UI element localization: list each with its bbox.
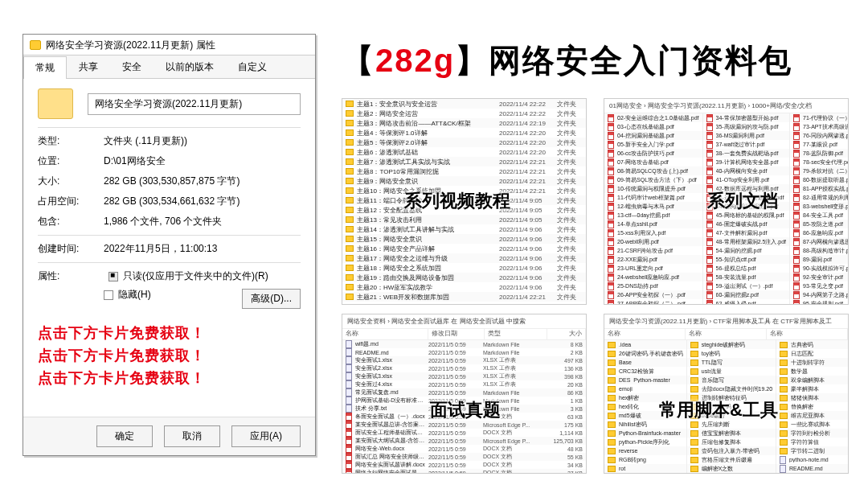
list-item[interactable]: 主题9：网络安全意识2022/11/4 22:21文件夹 (342, 176, 586, 186)
list-item[interactable]: 先压缩判断 (687, 420, 776, 429)
list-item[interactable]: 壹码包注入暴力-带密码 (687, 446, 776, 455)
list-item[interactable]: 87-内网横向渗透思路.pdf (790, 237, 849, 246)
list-item[interactable]: toy密码 (687, 349, 776, 358)
list-item[interactable]: 58-安装流量.pdf (703, 273, 790, 281)
list-item[interactable]: 主题13：常见攻击利用2022/11/4 9:05文件夹 (342, 215, 586, 224)
list-item[interactable]: 45-网络标的基础的权限.pdf (703, 211, 790, 220)
list-item[interactable]: hex转化 (604, 402, 686, 411)
list-item[interactable]: 某安面试大纲试真题-含答案.pdf2022/11/5 0:59Microsoft… (342, 437, 586, 445)
list-item[interactable]: .idea (604, 340, 686, 349)
list-item[interactable]: 84-安全工具.pdf (790, 211, 849, 220)
list-item[interactable]: 替换解密 (776, 402, 848, 411)
list-item[interactable]: 03-心态在线基础题.pdf (604, 122, 702, 131)
dialog-titlebar[interactable]: 网络安全学习资源(2022.11月更新) 属性 (23, 35, 315, 55)
list-item[interactable]: 86-应急响应.pdf (790, 228, 849, 237)
list-item[interactable]: 某安全面试题总讲-含答案.pdf2022/11/5 0:59Microsoft … (342, 421, 586, 429)
list-item[interactable]: 安全面过4.xlsx2022/11/5 0:59XLSX 工作表20 KB (342, 380, 586, 388)
list-item[interactable]: 23-URL重定向.pdf (604, 264, 702, 273)
list-item[interactable]: 护网面试基础-D没有标准的间到答案18.md2022/11/5 0:59Mark… (342, 397, 586, 405)
list-item[interactable]: 主题7：渗透测试工具实战与实战2022/11/4 22:21文件夹 (342, 157, 586, 166)
list-item[interactable]: 主题18：网络安全之系统加固2022/11/4 9:06文件夹 (342, 263, 586, 273)
list-item[interactable]: RGB转png (604, 455, 686, 464)
list-item[interactable]: 78-sec安全代理.pdf (790, 158, 849, 166)
list-item[interactable]: 56-提权总结.pdf (703, 264, 790, 273)
file-panel-videos[interactable]: 主题1：安全意识与安全运营2022/11/4 22:22文件夹主题2：网络安全运… (342, 98, 587, 305)
list-item[interactable]: python-note.md (776, 455, 848, 464)
list-item[interactable]: 08-简易SQLCQ攻击 (上).pdf (604, 166, 702, 175)
list-item[interactable]: 48-常用框架漏洞2.5注入.pdf (703, 237, 790, 246)
list-item[interactable]: 安全面试1.xlsx2022/11/5 0:59XLSX 工作表497 KB (342, 356, 586, 364)
list-item[interactable]: 90-实战模拟许可.pdf (790, 264, 849, 273)
tab-security[interactable]: 安全 (110, 55, 154, 78)
list-item[interactable]: usb流量 (687, 367, 776, 376)
list-item[interactable]: 一些比赛或脚本 (776, 420, 848, 429)
list-item[interactable]: 40-内网横向安全.pdf (703, 166, 790, 175)
column-headers[interactable]: 名称修改日期类型大小 (342, 329, 586, 340)
list-item[interactable]: 日志匹配 (776, 349, 848, 358)
list-item[interactable]: 主题16：网络安全产品详解2022/11/4 9:06文件夹 (342, 244, 586, 253)
list-item[interactable]: 压缩包修复脚本 (687, 438, 776, 446)
list-item[interactable]: base编号 (687, 411, 776, 420)
list-item[interactable]: 36-MS漏洞利用.pdf (703, 131, 790, 140)
list-item[interactable]: 主题5：等保测评2.0详解2022/11/4 22:20文件夹 (342, 138, 586, 147)
list-item[interactable]: 主题19：路由交换及网络设备加固2022/11/4 9:06文件夹 (342, 273, 586, 282)
list-item[interactable]: 主题17：网络安全之运维与升级2022/11/4 9:06文件夹 (342, 253, 586, 263)
checkbox-hidden[interactable] (104, 290, 113, 300)
list-item[interactable]: 76-同段内网渗透.pdf (790, 131, 849, 140)
list-item[interactable]: 71-代理协议（一）.pdf (790, 113, 849, 122)
file-panel-docs[interactable]: 01网络安全 › 网络安全学习资源(2022.11月更新) › 1000+网络/… (604, 98, 849, 305)
list-item[interactable]: md5爆破 (604, 411, 686, 420)
list-item[interactable]: 双拿编解脚本 (776, 376, 848, 384)
list-item[interactable]: 44-结构的利用新技术.pdf (703, 202, 790, 211)
list-item[interactable]: 06-cc攻击防护技巧.pdf (604, 149, 702, 158)
list-item[interactable]: 41-OTop安全利用.pdf (703, 175, 790, 184)
list-item[interactable]: 62-威慑入侵.pdf (703, 299, 790, 305)
list-item[interactable]: 去除docx隐藏文件时间19.20 (687, 384, 776, 393)
breadcrumb[interactable]: 网络安全资料 › 网络安全全面试题库 在 网络安全面试题 中搜索 (342, 314, 586, 329)
breadcrumb[interactable]: 网络安全学习资源(2022.11月更新) › CTF常用脚本及工具 在 CTF常… (604, 314, 848, 329)
list-item[interactable]: 46-固定爆破实战.pdf (703, 220, 790, 228)
list-item[interactable]: 主题6：渗透测试基础2022/11/4 22:20文件夹 (342, 147, 586, 157)
list-item[interactable]: 85-攻防之道.pdf (790, 220, 849, 228)
list-item[interactable]: 主题12：安全配置基线2022/11/4 9:05文件夹 (342, 205, 586, 215)
list-item[interactable]: 07-网络攻击基础.pdf (604, 158, 702, 166)
list-item[interactable]: README.md2022/11/5 0:59Markdown File2 KB (342, 348, 586, 356)
list-item[interactable]: 11-代码审计web框架篇.pdf (604, 193, 702, 202)
list-item[interactable]: 27-APP安全初探（二）.pdf (604, 299, 702, 305)
list-item[interactable]: 常见面试复盘.md2022/11/5 0:59Markdown File86 K… (342, 388, 586, 397)
checkbox-readonly[interactable] (108, 272, 118, 281)
list-item[interactable]: 13-ctf—0day挖掘.pdf (604, 211, 702, 220)
list-item[interactable]: TTL隐写 (687, 358, 776, 367)
list-item[interactable]: 77-某眼设.pdf (790, 140, 849, 149)
list-item[interactable]: hex解密 (604, 393, 686, 402)
tab-custom[interactable]: 自定义 (226, 55, 279, 78)
list-item[interactable]: 14-单点sshll.pdf (604, 220, 702, 228)
list-item[interactable]: 09-简易SQL攻击方法（下）.pdf (604, 175, 702, 184)
list-item[interactable]: 主题8：TOP10常用漏洞挖掘2022/11/4 22:21文件夹 (342, 166, 586, 176)
advanced-button[interactable]: 高级(D)... (242, 289, 301, 309)
list-item[interactable]: DES_Python-master (604, 376, 686, 384)
list-item[interactable]: 10-传统漏洞与权限提升.pdf (604, 184, 702, 193)
column-headers[interactable]: 名称名称名称 (604, 329, 848, 340)
list-item[interactable]: 43-远程代码执行通用法.pdf (703, 193, 790, 202)
apply-button[interactable]: 应用(A) (231, 425, 301, 447)
list-item[interactable]: 音乐隐写 (687, 376, 776, 384)
list-item[interactable]: RSA综合解密利用 (604, 473, 686, 474)
list-item[interactable]: 92-安全审计.pdf (790, 273, 849, 281)
file-panel-interview[interactable]: 网络安全资料 › 网络安全全面试题库 在 网络安全面试题 中搜索名称修改日期类型… (342, 314, 587, 474)
list-item[interactable]: python-Pickle序列化 (604, 438, 686, 446)
list-item[interactable]: 25-DNS劫持.pdf (604, 281, 702, 290)
list-item[interactable]: 面试安全工程师基础面试题.docx2022/11/5 0:59DOCX 文档1,… (342, 429, 586, 437)
list-item[interactable]: 89-漏洞.pdf (790, 255, 849, 264)
list-item[interactable]: 溢出 加密码 (687, 402, 776, 411)
list-item[interactable]: 04-挖洞漏洞基础题.pdf (604, 131, 702, 140)
list-item[interactable]: 主题10：网络安全之系统加固2022/11/4 22:21文件夹 (342, 186, 586, 195)
list-item[interactable]: Base (604, 358, 686, 367)
list-item[interactable]: Python-Brainfuck-master (604, 429, 686, 438)
list-item[interactable]: 数学题 (776, 367, 848, 376)
list-item[interactable]: 各面安全面试题（一）.docx2022/11/5 0:59DOCX 文档63 K… (342, 413, 586, 421)
list-item[interactable]: 主题14：渗透测试工具讲解与实战2022/11/4 9:06文件夹 (342, 224, 586, 234)
list-item[interactable]: 猪猪侠脚本 (776, 393, 848, 402)
list-item[interactable]: 主题3：网络攻击前沿——ATT&CK/框架2022/11/4 22:19文件夹 (342, 118, 586, 128)
list-item[interactable]: 主题4：等保测评1.0详解2022/11/4 22:20文件夹 (342, 128, 586, 138)
